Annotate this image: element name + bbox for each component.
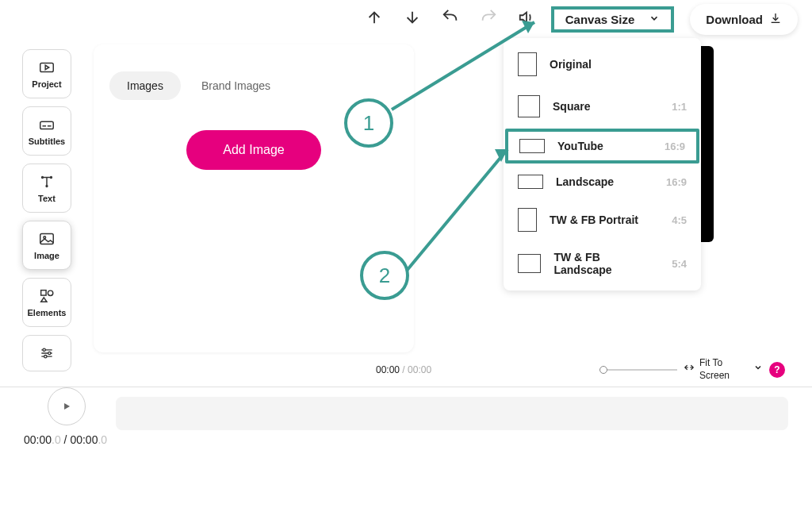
add-image-button[interactable]: Add Image <box>186 130 321 170</box>
svg-rect-0 <box>40 63 54 72</box>
tool-project[interactable]: Project <box>22 49 71 98</box>
panel-tabbar: Images Brand Images <box>109 71 398 100</box>
fit-label: Fit To Screen <box>699 357 749 382</box>
callout-arrow-2 <box>396 140 523 283</box>
download-label: Download <box>706 13 763 26</box>
canvas-option-label: Landscape <box>556 175 614 188</box>
canvas-option-label: Square <box>553 100 590 113</box>
tool-text-label: Text <box>38 194 56 203</box>
tool-subtitles[interactable]: Subtitles <box>22 106 71 156</box>
canvas-option-ratio: 1:1 <box>672 101 687 113</box>
canvas-option-ratio: 16:9 <box>665 140 685 152</box>
zoom-slider[interactable] <box>599 369 677 371</box>
svg-point-9 <box>43 348 45 351</box>
image-panel: Images Brand Images Add Image <box>94 44 414 352</box>
canvas-option-ratio: 4:5 <box>672 214 687 226</box>
zoom-track <box>599 369 677 371</box>
tool-project-label: Project <box>32 79 61 89</box>
timeline-time: 00:00.0 / 00:00.0 <box>24 433 107 446</box>
tool-image[interactable]: Image <box>22 221 71 270</box>
canvas-option-label: TW & FB Portrait <box>550 213 638 226</box>
canvas-option-ratio: 16:9 <box>666 176 687 188</box>
tool-image-label: Image <box>34 251 59 260</box>
svg-rect-5 <box>40 234 54 244</box>
timeline-track[interactable] <box>116 397 788 430</box>
transport-total: 00:00 <box>408 364 431 375</box>
chevron-down-icon <box>753 363 763 376</box>
callout-2: 2 <box>360 251 409 300</box>
tab-brand-images[interactable]: Brand Images <box>184 71 288 100</box>
canvas-option-ratio: 5:4 <box>672 258 687 270</box>
canvas-option-landscape[interactable]: Landscape 16:9 <box>504 165 701 198</box>
canvas-option-label: Original <box>550 58 592 71</box>
canvas-option-label: YouTube <box>557 140 603 152</box>
canvas-size-button[interactable]: Canvas Size <box>551 6 675 33</box>
transport-sep: / <box>400 364 408 375</box>
download-icon <box>769 12 782 27</box>
callout-1-label: 1 <box>363 111 374 136</box>
tool-rail: Project Subtitles Text Image Elements <box>22 49 71 371</box>
fit-icon <box>684 362 695 377</box>
canvas-option-tw-fb-portrait[interactable]: TW & FB Portrait 4:5 <box>504 198 701 241</box>
tool-text[interactable]: Text <box>22 163 71 213</box>
timeline-current-dec: .0 <box>52 433 61 446</box>
canvas-option-tw-fb-landscape[interactable]: TW & FB Landscape 5:4 <box>504 241 701 286</box>
timeline-total: 00:00 <box>70 433 98 446</box>
play-button[interactable] <box>48 387 86 425</box>
tab-images[interactable]: Images <box>109 71 181 100</box>
callout-2-label: 2 <box>379 264 390 288</box>
callout-arrow-1 <box>377 16 552 135</box>
timeline-sep: / <box>61 433 71 446</box>
timeline-total-dec: .0 <box>98 433 107 446</box>
tool-elements-label: Elements <box>28 308 67 317</box>
fit-to-screen[interactable]: Fit To Screen <box>684 357 763 382</box>
canvas-size-label: Canvas Size <box>565 13 635 26</box>
chevron-down-icon <box>649 13 660 26</box>
canvas-option-label: TW & FB Landscape <box>553 251 659 276</box>
tool-subtitles-label: Subtitles <box>29 137 65 146</box>
zoom-thumb[interactable] <box>599 366 607 374</box>
svg-rect-7 <box>41 290 46 295</box>
svg-rect-1 <box>40 121 54 129</box>
transport-row: 00:00 / 00:00 Fit To Screen ? <box>0 352 812 387</box>
download-button[interactable]: Download <box>690 4 798 35</box>
help-button[interactable]: ? <box>769 362 785 378</box>
transport-current: 00:00 <box>376 364 400 375</box>
tool-elements[interactable]: Elements <box>22 278 71 327</box>
svg-point-8 <box>48 290 52 295</box>
timeline-current: 00:00 <box>24 433 52 446</box>
transport-time: 00:00 / 00:00 <box>376 364 431 375</box>
callout-1: 1 <box>344 98 393 148</box>
